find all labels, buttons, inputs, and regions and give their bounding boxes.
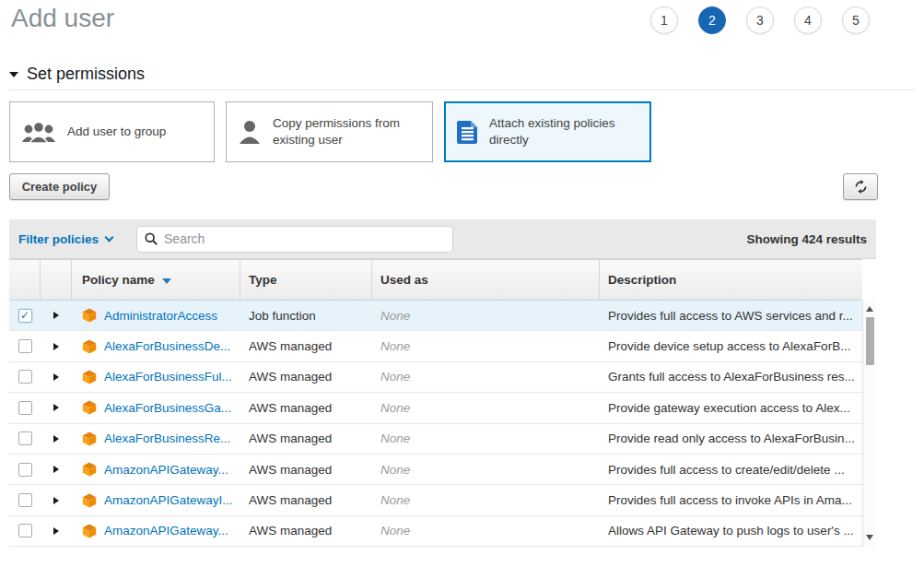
- step-2-active: 2: [698, 6, 726, 34]
- section-title: Set permissions: [27, 65, 145, 84]
- policy-name-link[interactable]: AmazonAPIGateway...: [104, 524, 228, 538]
- row-checkbox[interactable]: [18, 401, 32, 415]
- step-5: 5: [842, 6, 870, 34]
- policy-used-as: None: [372, 331, 600, 360]
- option-attach-existing-policies[interactable]: Attach existing policies directly: [444, 101, 651, 162]
- table-row[interactable]: AmazonAPIGateway... AWS managed None All…: [9, 516, 862, 547]
- policy-cube-icon: [82, 400, 97, 415]
- header-policy-name[interactable]: Policy name: [72, 260, 240, 300]
- expand-caret-icon[interactable]: [53, 373, 59, 381]
- policy-description: Provides full access to create/edit/dele…: [600, 455, 862, 484]
- header-description: Description: [600, 260, 862, 300]
- policy-name-link[interactable]: AdministratorAccess: [104, 309, 217, 323]
- create-policy-button[interactable]: Create policy: [9, 173, 110, 200]
- header-type: Type: [240, 260, 372, 300]
- policy-type: AWS managed: [240, 455, 372, 484]
- policy-description: Allows API Gateway to push logs to user'…: [600, 516, 862, 546]
- policy-description: Provides full access to AWS services and…: [600, 301, 862, 330]
- policy-type: AWS managed: [240, 516, 372, 546]
- refresh-icon: [854, 180, 868, 194]
- search-icon: [145, 232, 158, 245]
- set-permissions-section-header[interactable]: Set permissions: [9, 65, 145, 84]
- option-label: Attach existing policies directly: [489, 115, 638, 148]
- expand-caret-icon[interactable]: [53, 497, 59, 504]
- policy-cube-icon: [82, 462, 97, 477]
- table-row[interactable]: AdministratorAccess Job function None Pr…: [9, 301, 862, 331]
- policy-used-as: None: [372, 362, 600, 392]
- policy-description: Grants full access to AlexaForBusiness r…: [600, 362, 862, 392]
- policy-type: Job function: [240, 301, 372, 330]
- row-checkbox[interactable]: [18, 339, 32, 353]
- policy-used-as: None: [372, 516, 600, 546]
- policy-used-as: None: [372, 455, 600, 484]
- policy-used-as: None: [372, 485, 600, 514]
- add-user-wizard-page: Add user 1 2 3 4 5 Set permissions Add u…: [0, 0, 924, 579]
- filter-policies-dropdown[interactable]: Filter policies: [18, 232, 112, 246]
- scroll-up-icon[interactable]: [866, 306, 873, 312]
- wizard-step-indicator: 1 2 3 4 5: [650, 6, 870, 34]
- policy-cube-icon: [82, 308, 97, 323]
- policy-filter-bar: Filter policies Showing 424 results: [9, 219, 876, 259]
- row-checkbox[interactable]: [18, 309, 32, 323]
- row-checkbox[interactable]: [18, 524, 32, 538]
- expand-caret-icon[interactable]: [53, 527, 59, 535]
- step-3: 3: [746, 6, 774, 34]
- step-4: 4: [794, 6, 822, 34]
- policy-used-as: None: [372, 424, 600, 454]
- expand-caret-icon[interactable]: [53, 312, 59, 319]
- row-checkbox[interactable]: [18, 370, 32, 384]
- policy-used-as: None: [372, 301, 600, 330]
- option-label: Copy permissions from existing user: [273, 115, 421, 148]
- policy-type: AWS managed: [240, 424, 372, 454]
- table-row[interactable]: AlexaForBusinessGa... AWS managed None P…: [9, 393, 862, 423]
- table-row[interactable]: AlexaForBusinessDe... AWS managed None P…: [9, 331, 862, 361]
- table-row[interactable]: AmazonAPIGateway... AWS managed None Pro…: [9, 455, 862, 485]
- collapse-caret-icon[interactable]: [9, 72, 18, 77]
- policy-name-link[interactable]: AlexaForBusinessFul...: [104, 370, 232, 384]
- results-count: Showing 424 results: [746, 232, 867, 246]
- table-row[interactable]: AmazonAPIGatewayI... AWS managed None Pr…: [9, 485, 862, 515]
- policy-name-link[interactable]: AmazonAPIGatewayI...: [104, 493, 233, 507]
- table-row[interactable]: AlexaForBusinessFul... AWS managed None …: [9, 362, 862, 393]
- expand-caret-icon[interactable]: [53, 466, 59, 473]
- header-used-as: Used as: [372, 260, 600, 300]
- chevron-down-icon: [105, 232, 114, 242]
- policy-name-link[interactable]: AlexaForBusinessDe...: [104, 339, 230, 353]
- step-1: 1: [650, 6, 678, 34]
- filter-policies-label: Filter policies: [18, 232, 99, 246]
- policy-name-link[interactable]: AlexaForBusinessRe...: [104, 431, 230, 445]
- policy-cube-icon: [82, 524, 97, 538]
- expand-caret-icon[interactable]: [53, 435, 59, 443]
- scroll-down-icon[interactable]: [866, 535, 873, 540]
- expand-caret-icon[interactable]: [53, 343, 59, 350]
- refresh-button[interactable]: [843, 173, 878, 200]
- policy-used-as: None: [372, 393, 600, 422]
- scrollbar-thumb[interactable]: [866, 317, 874, 365]
- policy-name-link[interactable]: AlexaForBusinessGa...: [104, 401, 231, 415]
- header-expand-column: [41, 260, 72, 300]
- sort-desc-icon: [162, 278, 171, 284]
- policy-type: AWS managed: [240, 393, 372, 422]
- row-checkbox[interactable]: [18, 493, 32, 507]
- header-checkbox-column: [9, 260, 41, 300]
- policy-search-box[interactable]: [136, 226, 453, 253]
- row-checkbox[interactable]: [18, 463, 32, 477]
- policy-name-link[interactable]: AmazonAPIGateway...: [104, 463, 228, 477]
- row-checkbox[interactable]: [18, 431, 32, 445]
- table-scrollbar[interactable]: [862, 301, 876, 547]
- page-title: Add user: [11, 4, 114, 33]
- policy-description: Provide device setup access to AlexaForB…: [600, 331, 862, 360]
- document-icon: [457, 120, 478, 145]
- policy-cube-icon: [82, 370, 97, 384]
- section-divider: [9, 89, 915, 90]
- search-input[interactable]: [164, 231, 445, 246]
- policy-cube-icon: [82, 339, 97, 354]
- option-copy-permissions[interactable]: Copy permissions from existing user: [226, 101, 433, 162]
- option-add-user-to-group[interactable]: Add user to group: [9, 101, 215, 162]
- policy-type: AWS managed: [240, 485, 372, 514]
- policy-description: Provides full access to invoke APIs in A…: [600, 485, 862, 514]
- table-row[interactable]: AlexaForBusinessRe... AWS managed None P…: [9, 424, 862, 455]
- expand-caret-icon[interactable]: [53, 404, 59, 411]
- policy-table-body: AdministratorAccess Job function None Pr…: [9, 301, 862, 547]
- user-group-icon: [21, 121, 56, 144]
